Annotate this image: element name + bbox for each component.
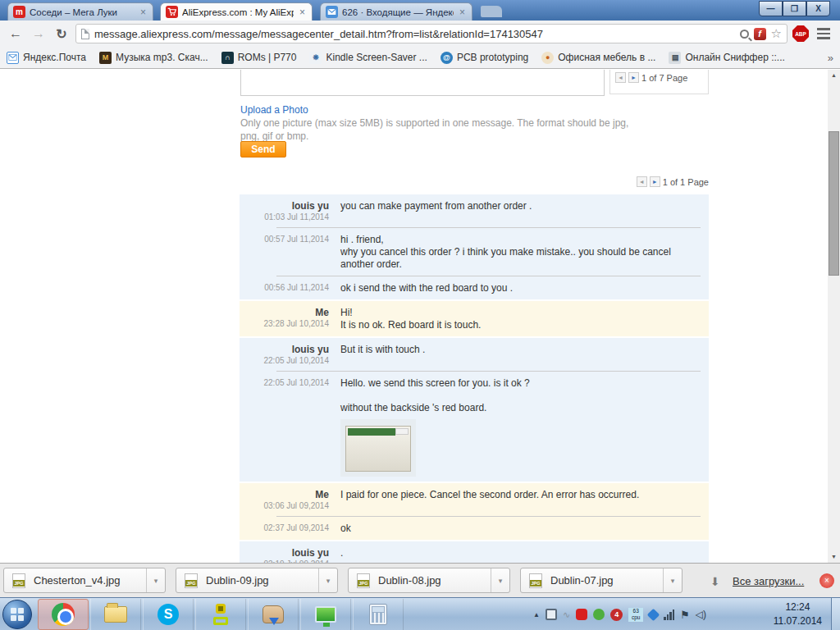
start-button[interactable] bbox=[2, 600, 32, 629]
chevron-down-icon[interactable]: ▾ bbox=[319, 577, 337, 585]
close-button[interactable]: X bbox=[806, 1, 830, 16]
close-shelf-icon[interactable]: × bbox=[819, 573, 834, 588]
bookmark-roms[interactable]: ∩ ROMs | P770 bbox=[221, 52, 297, 64]
page-icon bbox=[81, 29, 89, 39]
page-next-button[interactable]: ► bbox=[628, 72, 639, 83]
chevron-down-icon[interactable]: ▾ bbox=[491, 577, 509, 585]
page-next-button[interactable]: ► bbox=[650, 176, 660, 187]
tab-megaluki[interactable]: m Соседи – Мега Луки × bbox=[7, 2, 153, 21]
message-time: 00:57 Jul 11,2014 bbox=[240, 234, 329, 244]
window-titlebar: m Соседи – Мега Луки × AliExpress.com : … bbox=[0, 0, 840, 21]
signal-bars-icon[interactable] bbox=[664, 609, 674, 620]
url-text[interactable]: message.aliexpress.com/message/messagece… bbox=[94, 28, 735, 40]
chrome-icon bbox=[52, 603, 75, 626]
hidden-icons-expander[interactable]: ▲ bbox=[533, 611, 540, 619]
calculator-icon bbox=[369, 604, 387, 625]
message-time: 01:03 Jul 11,2014 bbox=[240, 212, 329, 222]
taskbar-remote-desktop-button[interactable] bbox=[300, 599, 351, 630]
message-row: 22:05 Jul 10,2014 Hello. we send this sc… bbox=[240, 372, 709, 482]
show-all-downloads-link[interactable]: Все загрузки... bbox=[733, 575, 804, 587]
mail-envelope-favicon bbox=[326, 6, 338, 18]
message-time: 23:28 Jul 10,2014 bbox=[240, 318, 329, 329]
waveform-tray-icon[interactable]: ∿ bbox=[563, 609, 570, 620]
sender-name: Me bbox=[240, 489, 329, 500]
tab-close-icon[interactable]: × bbox=[298, 7, 307, 18]
bookmark-pcb[interactable]: @ PCB prototyping bbox=[441, 52, 528, 64]
taskbar-clock[interactable]: 12:24 11.07.2014 bbox=[774, 600, 822, 628]
notification-badge[interactable]: 4 bbox=[610, 609, 623, 621]
red-messenger-tray-icon[interactable] bbox=[576, 609, 587, 620]
download-shelf: Chesterton_v4.jpg ▾ Dublin-09.jpg ▾ Dubl… bbox=[0, 563, 840, 597]
tab-close-icon[interactable]: × bbox=[458, 7, 467, 18]
icq-tray-icon[interactable] bbox=[593, 609, 605, 620]
page-prev-button[interactable]: ◄ bbox=[637, 176, 647, 187]
download-filename: Dublin-08.jpg bbox=[370, 574, 491, 587]
dropbox-tray-icon[interactable] bbox=[647, 608, 660, 621]
cpu-meter-tray-icon[interactable]: 63 cpu bbox=[628, 608, 643, 622]
scroll-down-icon[interactable]: ▼ bbox=[828, 551, 840, 563]
send-button[interactable]: Send bbox=[240, 141, 286, 158]
sender-name: louis yu bbox=[240, 344, 329, 355]
address-bar[interactable]: message.aliexpress.com/message/messagece… bbox=[75, 24, 788, 43]
action-center-flag-icon[interactable]: ⚑ bbox=[680, 609, 690, 621]
bookmark-label: ROMs | P770 bbox=[238, 52, 297, 63]
green-monitor-icon bbox=[315, 606, 336, 623]
download-item[interactable]: Dublin-08.jpg ▾ bbox=[348, 568, 510, 593]
bookmark-yandex-mail[interactable]: Яндекс.Почта bbox=[7, 52, 86, 64]
bookmark-kindle[interactable]: ❋ Kindle Screen-Saver ... bbox=[309, 52, 427, 64]
restore-button[interactable]: ❐ bbox=[783, 1, 806, 16]
taskbar-explorer-button[interactable] bbox=[90, 599, 141, 630]
menu-icon[interactable] bbox=[814, 28, 833, 39]
clock-date: 11.07.2014 bbox=[774, 614, 822, 628]
page-prev-button[interactable]: ◄ bbox=[615, 72, 626, 83]
new-tab-button[interactable] bbox=[481, 6, 502, 17]
bookmark-label: Онлайн Сниффер ::... bbox=[685, 52, 784, 63]
message-row: louis yu 02:19 Jul 09,2014 . bbox=[240, 541, 709, 563]
bookmark-music[interactable]: М Музыка mp3. Скач... bbox=[99, 52, 208, 64]
forward-button[interactable]: → bbox=[30, 26, 48, 41]
message-time: 03:06 Jul 09,2014 bbox=[240, 500, 329, 511]
show-desktop-button[interactable] bbox=[831, 598, 840, 630]
megaluki-favicon: m bbox=[13, 6, 25, 18]
taskbar-skype-button[interactable]: S bbox=[143, 599, 194, 630]
jpg-file-icon bbox=[357, 573, 370, 588]
reload-button[interactable]: ↻ bbox=[52, 26, 71, 42]
message-input-box[interactable] bbox=[240, 70, 605, 96]
windows-logo-icon bbox=[11, 608, 24, 621]
furniture-site-icon: ● bbox=[541, 52, 554, 64]
message-text: hi . friend, why you cancel this order ?… bbox=[340, 234, 709, 271]
taskbar-qip-button[interactable] bbox=[195, 599, 246, 630]
chevron-down-icon[interactable]: ▾ bbox=[664, 577, 682, 585]
clipboard-tray-icon[interactable] bbox=[546, 609, 557, 620]
upload-photo-link[interactable]: Upload a Photo bbox=[240, 104, 308, 116]
minimize-button[interactable]: — bbox=[759, 1, 783, 16]
adblock-plus-icon[interactable]: ABP bbox=[792, 25, 809, 42]
taskbar: S ▲ ∿ 4 63 cpu ⚑ ◁) 12:24 11.07.2014 bbox=[0, 597, 840, 630]
chevron-down-icon[interactable]: ▾ bbox=[147, 577, 165, 585]
page-scrollbar[interactable]: ▲ ▼ bbox=[828, 70, 840, 563]
tab-close-icon[interactable]: × bbox=[139, 7, 148, 18]
taskbar-calculator-button[interactable] bbox=[353, 599, 404, 630]
message-row: 00:57 Jul 11,2014 hi . friend, why you c… bbox=[240, 228, 709, 276]
taskbar-chrome-button[interactable] bbox=[38, 599, 89, 630]
message-block-seller: louis yu 22:05 Jul 10,2014 But it is wit… bbox=[240, 338, 709, 482]
lcd-panel-photo[interactable] bbox=[340, 419, 416, 477]
bookmarks-overflow-chevron[interactable]: » bbox=[828, 52, 833, 64]
scrollbar-thumb[interactable] bbox=[829, 131, 839, 276]
zoom-icon[interactable] bbox=[740, 30, 749, 39]
tab-title: AliExpress.com : My AliExp bbox=[182, 7, 294, 17]
taskbar-download-master-button[interactable] bbox=[248, 599, 299, 630]
skype-icon: S bbox=[158, 604, 179, 625]
scroll-up-icon[interactable]: ▲ bbox=[828, 70, 840, 81]
bookmark-sniffer[interactable]: ▤ Онлайн Сниффер ::... bbox=[669, 52, 784, 64]
bookmark-star-icon[interactable]: ☆ bbox=[771, 26, 782, 41]
flash-plugin-icon[interactable]: f bbox=[754, 28, 766, 40]
download-item[interactable]: Chesterton_v4.jpg ▾ bbox=[3, 568, 166, 593]
bookmark-furniture[interactable]: ● Офисная мебель в ... bbox=[541, 52, 655, 64]
tab-yandex-mail[interactable]: 626 · Входящие — Яндекс × bbox=[320, 2, 472, 21]
speaker-icon[interactable]: ◁) bbox=[696, 609, 706, 620]
tab-aliexpress[interactable]: AliExpress.com : My AliExp × bbox=[160, 2, 313, 21]
download-item[interactable]: Dublin-07.jpg ▾ bbox=[520, 568, 682, 593]
download-item[interactable]: Dublin-09.jpg ▾ bbox=[176, 568, 338, 593]
back-button[interactable]: ← bbox=[7, 26, 25, 41]
